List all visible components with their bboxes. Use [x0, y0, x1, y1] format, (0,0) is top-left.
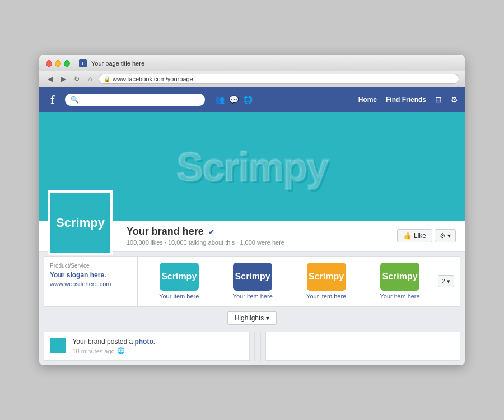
- item-card-2[interactable]: Scrimpy Your item here: [217, 263, 288, 300]
- refresh-button[interactable]: ↻: [72, 74, 82, 84]
- facebook-page: f 🔍 👥 💬 🌐 Home Find Friends ⊟ ⚙ Scrimpy: [39, 87, 465, 365]
- fb-items-grid: Scrimpy Your item here Scrimpy Your item…: [138, 256, 460, 307]
- items-nav-button[interactable]: 2 ▾: [438, 275, 454, 287]
- highlights-label: Highlights: [235, 314, 264, 322]
- post-time: 10 minutes ago 🌐: [72, 347, 155, 354]
- highlights-button[interactable]: Highlights ▾: [227, 311, 277, 325]
- cover-brand-text: Scrimpy: [176, 144, 328, 190]
- fb-logo: f: [46, 93, 59, 106]
- item-logo-2: Scrimpy: [233, 263, 272, 291]
- lock-icon: 🔒: [104, 76, 110, 82]
- profile-details: Your brand here ✔ 100,000 likes · 10,000…: [127, 221, 456, 251]
- item-label-3: Your item here: [306, 293, 346, 300]
- address-bar[interactable]: 🔒 www.facebook.com/yourpage: [99, 74, 459, 84]
- fb-search-bar[interactable]: 🔍: [65, 94, 205, 106]
- post-globe-icon: 🌐: [117, 347, 125, 354]
- fb-header-nav: Home Find Friends ⊟ ⚙: [358, 95, 458, 104]
- item-card-3[interactable]: Scrimpy Your item here: [291, 263, 362, 300]
- settings-nav-icon[interactable]: ⊟: [435, 95, 442, 104]
- back-button[interactable]: ◀: [45, 74, 55, 84]
- favicon: f: [79, 59, 87, 67]
- gear-nav-icon[interactable]: ⚙: [451, 95, 458, 104]
- fb-header-icons: 👥 💬 🌐: [215, 95, 253, 104]
- traffic-lights: [46, 60, 70, 67]
- maximize-button[interactable]: [64, 60, 70, 67]
- minimize-button[interactable]: [55, 60, 61, 67]
- fb-header: f 🔍 👥 💬 🌐 Home Find Friends ⊟ ⚙: [39, 87, 465, 112]
- address-text: www.facebook.com/yourpage: [113, 76, 193, 82]
- item-label-1: Your item here: [159, 293, 199, 300]
- post-card-right: [265, 332, 460, 361]
- action-buttons: 👍 Like ⚙ ▾: [397, 229, 456, 242]
- brand-info: Your brand here ✔ 100,000 likes · 10,000…: [127, 226, 284, 246]
- item-logo-3: Scrimpy: [307, 263, 346, 291]
- highlights-dropdown-icon: ▾: [266, 314, 269, 322]
- item-label-2: Your item here: [233, 293, 273, 300]
- post-text-before: Your brand posted a: [72, 338, 134, 346]
- verified-icon: ✔: [208, 227, 215, 236]
- browser-window: f Your page title here ◀ ▶ ↻ ⌂ 🔒 www.fac…: [39, 55, 465, 365]
- post-content: Your brand posted a photo. 10 minutes ag…: [72, 338, 155, 354]
- fb-posts-area: Your brand posted a photo. 10 minutes ag…: [39, 329, 465, 365]
- like-icon: 👍: [403, 232, 412, 240]
- post-card-left: Your brand posted a photo. 10 minutes ag…: [44, 332, 250, 361]
- post-text: Your brand posted a photo.: [72, 338, 155, 346]
- find-friends-nav-link[interactable]: Find Friends: [386, 96, 426, 104]
- messages-icon[interactable]: 💬: [229, 95, 239, 104]
- fb-sidebar: Product/Service Your slogan here. www.we…: [44, 256, 138, 307]
- search-icon: 🔍: [71, 96, 79, 104]
- gear-button[interactable]: ⚙ ▾: [435, 229, 456, 242]
- gear-icon: ⚙: [440, 232, 446, 240]
- post-inner: Your brand posted a photo. 10 minutes ag…: [50, 338, 244, 354]
- sidebar-category: Product/Service: [50, 263, 132, 269]
- gear-dropdown: ▾: [447, 232, 451, 240]
- forward-button[interactable]: ▶: [58, 74, 68, 84]
- close-button[interactable]: [46, 60, 52, 67]
- notifications-icon[interactable]: 🌐: [243, 95, 253, 104]
- item-card-1[interactable]: Scrimpy Your item here: [143, 263, 214, 300]
- fb-main-layout: Product/Service Your slogan here. www.we…: [39, 252, 465, 307]
- profile-avatar: Scrimpy: [48, 190, 113, 255]
- brand-name-row: Your brand here ✔: [127, 226, 284, 237]
- browser-toolbar: ◀ ▶ ↻ ⌂ 🔒 www.facebook.com/yourpage: [39, 71, 465, 87]
- browser-titlebar: f Your page title here: [39, 55, 465, 71]
- brand-stats: 100,000 likes · 10,000 talking about thi…: [127, 239, 284, 246]
- items-row: Scrimpy Your item here Scrimpy Your item…: [143, 263, 454, 300]
- home-nav-link[interactable]: Home: [358, 96, 377, 104]
- home-button[interactable]: ⌂: [85, 74, 95, 84]
- post-time-text: 10 minutes ago: [72, 348, 114, 354]
- profile-info-bar: Scrimpy Your brand here ✔ 100,000 likes …: [39, 221, 465, 252]
- highlights-bar: Highlights ▾: [39, 307, 465, 329]
- item-card-4[interactable]: Scrimpy Your item here: [364, 263, 435, 300]
- item-logo-4: Scrimpy: [380, 263, 419, 291]
- friends-icon[interactable]: 👥: [215, 95, 225, 104]
- like-label: Like: [414, 232, 426, 240]
- item-label-4: Your item here: [380, 293, 420, 300]
- avatar-text: Scrimpy: [56, 216, 105, 230]
- post-divider: [254, 332, 261, 361]
- item-logo-1: Scrimpy: [160, 263, 199, 291]
- post-text-link[interactable]: photo.: [134, 338, 155, 346]
- like-button[interactable]: 👍 Like: [397, 229, 432, 242]
- post-avatar: [50, 338, 66, 353]
- sidebar-slogan: Your slogan here.: [50, 271, 132, 279]
- brand-name: Your brand here: [127, 226, 204, 237]
- tab-title: Your page title here: [91, 60, 144, 67]
- sidebar-website[interactable]: www.websitehere.com: [50, 281, 132, 287]
